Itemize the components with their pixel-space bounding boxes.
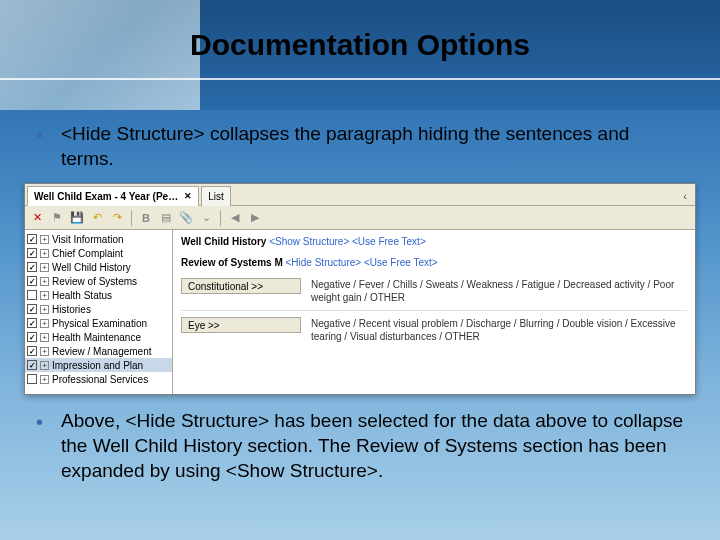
tree-item[interactable]: + Health Status [25,288,172,302]
tree-item[interactable]: + Histories [25,302,172,316]
toolbar-close-icon[interactable]: ✕ [29,210,45,226]
tree-item[interactable]: + Review of Systems [25,274,172,288]
tree-label: Chief Complaint [52,248,123,259]
use-free-text-link[interactable]: <Use Free Text> [352,236,426,247]
toolbar-down-icon[interactable]: ⌄ [198,210,214,226]
tree-item[interactable]: + Physical Examination [25,316,172,330]
slide-content: • <Hide Structure> collapses the paragra… [0,112,720,540]
checkbox-icon[interactable] [27,318,37,328]
bullet-bottom-text: Above, <Hide Structure> has been selecte… [61,409,684,483]
tree-pane: + Visit Information + Chief Complaint + … [25,230,173,394]
expand-icon[interactable]: + [40,235,49,244]
checkbox-icon[interactable] [27,262,37,272]
section-title: Well Child History [181,236,266,247]
expand-icon[interactable]: + [40,263,49,272]
toolbar-flag-icon[interactable]: ⚑ [49,210,65,226]
data-values: Negative / Fever / Chills / Sweats / Wea… [311,278,687,304]
slide-title: Documentation Options [0,28,720,62]
tree-label: Histories [52,304,91,315]
tree-label: Health Status [52,290,112,301]
expand-icon[interactable]: + [40,291,49,300]
toolbar-redo-icon[interactable]: ↷ [109,210,125,226]
app-screenshot: Well Child Exam - 4 Year (Pe… ✕ List ‹ ✕… [24,183,696,395]
detail-pane: Well Child History <Show Structure> <Use… [173,230,695,394]
tree-label: Health Maintenance [52,332,141,343]
checkbox-icon[interactable] [27,346,37,356]
expand-icon[interactable]: + [40,375,49,384]
toolbar-left-icon[interactable]: ◀ [227,210,243,226]
row-divider [181,310,687,311]
expand-icon[interactable]: + [40,347,49,356]
tree-label: Impression and Plan [52,360,143,371]
checkbox-icon[interactable] [27,360,37,370]
tree-item[interactable]: + Well Child History [25,260,172,274]
checkbox-icon[interactable] [27,276,37,286]
checkbox-icon[interactable] [27,374,37,384]
expand-icon[interactable]: + [40,361,49,370]
tab-list-label: List [208,191,224,202]
use-free-text-link[interactable]: <Use Free Text> [364,257,438,268]
tree-label: Visit Information [52,234,124,245]
section-well-child-history: Well Child History <Show Structure> <Use… [181,236,687,247]
checkbox-icon[interactable] [27,248,37,258]
toolbar-clip-icon[interactable]: 📎 [178,210,194,226]
data-row: Eye >> Negative / Recent visual problem … [181,317,687,343]
app-body: + Visit Information + Chief Complaint + … [25,230,695,394]
expand-icon[interactable]: + [40,333,49,342]
tree-item-selected[interactable]: + Impression and Plan [25,358,172,372]
bullet-dot-icon: • [36,409,43,483]
tree-label: Review / Management [52,346,152,357]
section-title: Review of Systems [181,257,272,268]
bullet-top: • <Hide Structure> collapses the paragra… [36,122,684,171]
toolbar-doc-icon[interactable]: ▤ [158,210,174,226]
bullet-dot-icon: • [36,122,43,171]
tree-item[interactable]: + Professional Services [25,372,172,386]
tab-active-label: Well Child Exam - 4 Year (Pe… [34,191,178,202]
show-structure-link[interactable]: <Show Structure> [269,236,349,247]
expand-icon[interactable]: + [40,277,49,286]
checkbox-icon[interactable] [27,290,37,300]
tree-label: Physical Examination [52,318,147,329]
eye-button[interactable]: Eye >> [181,317,301,333]
expand-icon[interactable]: + [40,249,49,258]
bullet-bottom: • Above, <Hide Structure> has been selec… [36,409,684,483]
section-review-of-systems: Review of Systems M <Hide Structure> <Us… [181,257,687,268]
tree-label: Review of Systems [52,276,137,287]
data-values: Negative / Recent visual problem / Disch… [311,317,687,343]
tree-label: Professional Services [52,374,148,385]
tree-label: Well Child History [52,262,131,273]
toolbar-separator [131,210,132,226]
section-modifier: M [274,257,282,268]
toolbar-right-icon[interactable]: ▶ [247,210,263,226]
toolbar-bold-icon[interactable]: B [138,210,154,226]
toolbar: ✕ ⚑ 💾 ↶ ↷ B ▤ 📎 ⌄ ◀ ▶ [25,206,695,230]
expand-icon[interactable]: + [40,305,49,314]
tree-item[interactable]: + Review / Management [25,344,172,358]
tab-bar: Well Child Exam - 4 Year (Pe… ✕ List ‹ [25,184,695,206]
tree-item[interactable]: + Visit Information [25,232,172,246]
toolbar-undo-icon[interactable]: ↶ [89,210,105,226]
tree-item[interactable]: + Chief Complaint [25,246,172,260]
bullet-top-text: <Hide Structure> collapses the paragraph… [61,122,684,171]
checkbox-icon[interactable] [27,332,37,342]
toolbar-save-icon[interactable]: 💾 [69,210,85,226]
toolbar-separator [220,210,221,226]
tab-list[interactable]: List [201,186,231,206]
tree-item[interactable]: + Health Maintenance [25,330,172,344]
tab-nav-left-icon[interactable]: ‹ [677,190,693,202]
checkbox-icon[interactable] [27,304,37,314]
expand-icon[interactable]: + [40,319,49,328]
constitutional-button[interactable]: Constitutional >> [181,278,301,294]
checkbox-icon[interactable] [27,234,37,244]
hide-structure-link[interactable]: <Hide Structure> [286,257,362,268]
tab-active[interactable]: Well Child Exam - 4 Year (Pe… ✕ [27,186,199,206]
close-icon[interactable]: ✕ [184,191,192,201]
data-row: Constitutional >> Negative / Fever / Chi… [181,278,687,304]
